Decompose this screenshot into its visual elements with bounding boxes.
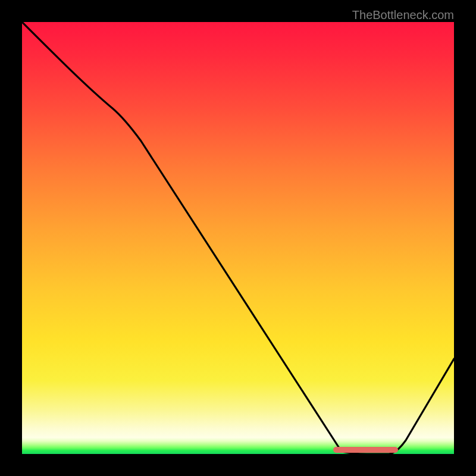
curve-layer <box>22 22 454 454</box>
optimum-range-bar <box>333 447 398 453</box>
attribution-text: TheBottleneck.com <box>352 8 454 22</box>
bottleneck-curve-path <box>22 22 454 454</box>
plot-area <box>22 22 454 454</box>
chart-stage: TheBottleneck.com <box>0 0 476 476</box>
